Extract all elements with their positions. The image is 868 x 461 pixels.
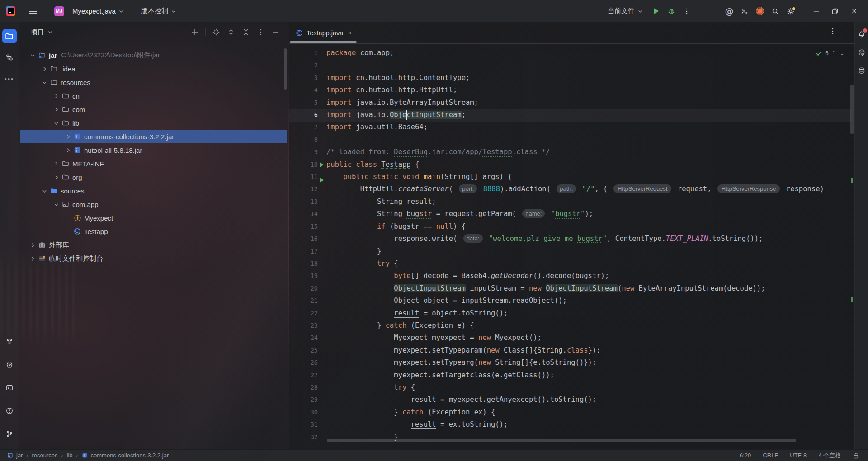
tree-item-hutool-all-5-8-18-jar[interactable]: hutool-all-5.8.18.jar — [20, 143, 287, 157]
tab-close-icon[interactable]: × — [348, 29, 351, 37]
tree-item--idea[interactable]: .idea — [20, 62, 287, 75]
tree-item-myexpect[interactable]: Myexpect — [20, 211, 287, 225]
build-tool-button[interactable] — [2, 334, 17, 349]
run-configuration-selector[interactable]: 当前文件 — [608, 7, 643, 15]
debug-button[interactable] — [664, 5, 679, 18]
services-tool-button[interactable] — [2, 358, 17, 372]
ai-assistant-tool-button[interactable] — [856, 47, 868, 58]
ai-assistant-button[interactable]: @ — [722, 5, 737, 18]
tree-item-meta-inf[interactable]: META-INF — [20, 157, 287, 170]
tree-item-cn[interactable]: cn — [20, 89, 287, 103]
chevron-right-icon[interactable] — [52, 174, 61, 180]
code-with-me-button[interactable] — [737, 5, 752, 18]
jar-sb-icon — [82, 452, 88, 458]
chevron-right-icon[interactable] — [63, 134, 72, 140]
tree-item--[interactable]: 临时文件和控制台 — [20, 252, 287, 265]
indent-setting[interactable]: 4 个空格 — [818, 452, 841, 460]
run-button[interactable] — [648, 5, 664, 18]
chevron-down-icon — [118, 9, 124, 14]
folder-icon — [49, 79, 59, 86]
tree-item-commons-collections-3-2-2-jar[interactable]: commons-collections-3.2.2.jar — [20, 130, 287, 143]
readonly-lock-icon[interactable] — [853, 452, 860, 459]
project-avatar[interactable]: MJ — [54, 6, 64, 16]
tree-item-com[interactable]: com — [20, 103, 287, 116]
breadcrumb-item-jar[interactable]: jar — [7, 452, 23, 459]
tree-item--[interactable]: 外部库 — [20, 238, 287, 252]
caret-position[interactable]: 6:20 — [740, 452, 751, 459]
inspection-widget[interactable]: 6 ⌃⌄ — [816, 50, 844, 56]
code-line: Object object = inputStream.readObject()… — [326, 295, 854, 307]
horizontal-scrollbar-thumb[interactable] — [327, 439, 796, 442]
tree-item-com-app[interactable]: com.app — [20, 198, 287, 211]
tab-testapp-java[interactable]: Testapp.java × — [289, 22, 358, 44]
next-problem-icon[interactable]: ⌄ — [840, 50, 844, 56]
terminal-tool-button[interactable] — [2, 381, 17, 395]
more-actions-button[interactable] — [679, 5, 694, 18]
chevron-right-icon[interactable] — [28, 256, 37, 262]
tree-item-label: org — [72, 174, 82, 181]
tree-item-jar[interactable]: jarC:\Users\23232\Desktop\附件\jar — [20, 48, 287, 62]
vertical-scrollbar-thumb[interactable] — [850, 85, 854, 134]
line-number: 5 — [289, 97, 318, 109]
locate-button[interactable] — [210, 26, 222, 38]
close-button[interactable] — [844, 4, 863, 19]
left-tool-rail: ••• — [0, 22, 19, 449]
collapse-all-button[interactable] — [240, 26, 252, 38]
project-switcher[interactable]: Myexpect.java — [69, 5, 127, 17]
module-sb-icon — [7, 452, 13, 458]
code-line: Myexpect myexpect = new Myexpect(); — [326, 332, 854, 344]
version-control-tool-button[interactable] — [2, 427, 17, 441]
structure-tool-button[interactable] — [2, 50, 17, 65]
restore-button[interactable] — [826, 4, 844, 19]
settings-button[interactable] — [783, 5, 798, 18]
chevron-right-icon[interactable] — [52, 93, 61, 99]
tree-item-resources[interactable]: resources — [20, 75, 287, 89]
vcs-menu[interactable]: 版本控制 — [137, 5, 180, 18]
project-scrollbar[interactable] — [284, 48, 287, 90]
chevron-down-icon[interactable] — [52, 202, 61, 207]
chevron-right-icon[interactable] — [52, 107, 61, 113]
chevron-down-icon[interactable] — [52, 120, 61, 126]
chevron-right-icon[interactable] — [40, 66, 49, 72]
chevron-down-icon[interactable] — [28, 52, 37, 58]
tree-item-org[interactable]: org — [20, 170, 287, 184]
tree-item-testapp[interactable]: Testapp — [20, 225, 287, 238]
plugin-starburst-button[interactable] — [752, 5, 768, 18]
database-tool-button[interactable] — [856, 65, 868, 76]
error-stripe-mark[interactable] — [851, 178, 853, 183]
breadcrumb-item-resources[interactable]: resources — [32, 452, 57, 459]
project-panel-title-menu[interactable]: 项目 — [31, 28, 53, 37]
breadcrumb-item-commons-collections-3-2-2-jar[interactable]: commons-collections-3.2.2.jar — [82, 452, 169, 459]
error-stripe-mark[interactable] — [851, 297, 853, 302]
code-line: HttpUtil.createServer( port: 8888).addAc… — [326, 183, 854, 195]
chevron-right-icon[interactable] — [63, 147, 72, 153]
add-button[interactable] — [189, 26, 201, 38]
breadcrumb-separator: › — [61, 452, 63, 459]
code-line: response.write( data: "welcome,plz give … — [326, 233, 854, 245]
hide-button[interactable] — [270, 26, 282, 38]
tree-item-label: com.app — [72, 201, 99, 208]
minimize-button[interactable] — [807, 4, 826, 19]
toolbar-divider — [205, 28, 206, 36]
notifications-tool-button[interactable] — [856, 28, 868, 40]
chevron-down-icon[interactable] — [40, 188, 49, 194]
more-dots-tool-button[interactable]: ••• — [2, 71, 17, 86]
tab-options-button[interactable] — [829, 28, 836, 35]
prev-problem-icon[interactable]: ⌃ — [831, 50, 836, 56]
main-menu-button[interactable] — [26, 5, 40, 18]
file-encoding[interactable]: UTF-8 — [790, 452, 807, 459]
project-tool-button[interactable] — [2, 29, 17, 43]
breadcrumb-item-lib[interactable]: lib — [67, 452, 73, 459]
tree-item-label: sources — [61, 187, 85, 195]
chevron-down-icon[interactable] — [40, 80, 49, 85]
tree-item-lib[interactable]: lib — [20, 116, 287, 130]
expand-all-button[interactable] — [225, 26, 237, 38]
tree-item-sources[interactable]: sources — [20, 184, 287, 198]
code-viewport[interactable]: 1234567891011121314151617181920212223242… — [289, 44, 854, 449]
problems-tool-button[interactable] — [2, 404, 17, 418]
line-ending[interactable]: CRLF — [763, 452, 778, 459]
chevron-right-icon[interactable] — [52, 161, 61, 167]
chevron-right-icon[interactable] — [28, 242, 37, 248]
search-everywhere-button[interactable] — [768, 5, 783, 18]
more-kebab-button[interactable] — [255, 26, 267, 38]
